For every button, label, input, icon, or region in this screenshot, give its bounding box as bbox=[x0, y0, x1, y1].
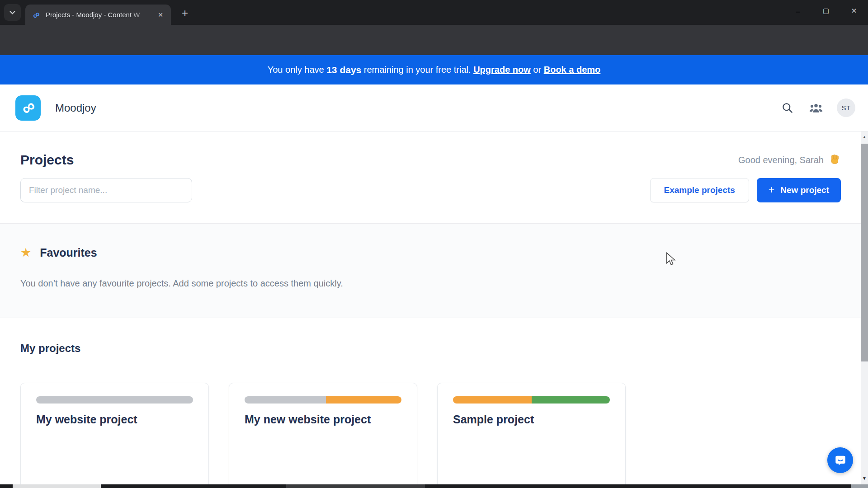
team-people-icon bbox=[809, 102, 823, 114]
plus-icon: + bbox=[769, 184, 774, 196]
moodjoy-favicon-icon: ∞ bbox=[28, 7, 43, 22]
new-project-label: New project bbox=[780, 185, 829, 195]
greeting-text: Good evening, Sarah bbox=[738, 155, 824, 165]
taskbar-edge bbox=[0, 484, 868, 488]
browser-toolbar: ← → moodjoy.gathercontent.com/projects ☆… bbox=[0, 25, 868, 55]
project-actions: Example projects + New project bbox=[650, 178, 841, 202]
screen: ∞ Projects - Moodjoy - Content W ✕ + – ▢… bbox=[0, 0, 868, 488]
project-card[interactable]: My website project bbox=[20, 383, 209, 488]
favourites-star-icon: ★ bbox=[20, 247, 31, 259]
example-projects-button[interactable]: Example projects bbox=[650, 178, 749, 202]
banner-days: 13 days bbox=[326, 65, 361, 75]
new-project-button[interactable]: + New project bbox=[757, 178, 841, 202]
project-card-title: My website project bbox=[36, 413, 193, 426]
page-title: Projects bbox=[20, 152, 74, 168]
app-header: ∞ Moodjoy ST bbox=[0, 84, 868, 131]
favourites-title: Favourites bbox=[40, 246, 97, 259]
tab-search-chevron-button[interactable] bbox=[4, 4, 21, 21]
project-card[interactable]: My new website project bbox=[229, 383, 417, 488]
search-button[interactable] bbox=[779, 100, 795, 116]
greeting: Good evening, Sarah bbox=[738, 154, 841, 166]
taskbar-segment bbox=[286, 484, 425, 488]
project-card-title: Sample project bbox=[453, 413, 610, 426]
project-card[interactable]: Sample project bbox=[437, 383, 626, 488]
new-tab-button[interactable]: + bbox=[178, 6, 192, 20]
project-cards: My website project My new website projec… bbox=[20, 383, 841, 488]
search-icon bbox=[781, 102, 793, 114]
user-avatar[interactable]: ST bbox=[837, 99, 855, 117]
project-progress-bar bbox=[36, 396, 193, 404]
favourites-empty-message: You don’t have any favourite projects. A… bbox=[20, 278, 841, 289]
project-progress-bar bbox=[245, 396, 401, 404]
browser-tabstrip: ∞ Projects - Moodjoy - Content W ✕ + – ▢… bbox=[0, 0, 868, 25]
trial-banner: You only have 13 days remaining in your … bbox=[0, 55, 868, 84]
my-projects-title: My projects bbox=[20, 342, 841, 355]
upgrade-now-link[interactable]: Upgrade now bbox=[473, 65, 531, 75]
book-a-demo-link[interactable]: Book a demo bbox=[544, 65, 601, 75]
browser-tab[interactable]: ∞ Projects - Moodjoy - Content W ✕ bbox=[25, 5, 171, 25]
team-button[interactable] bbox=[808, 100, 824, 116]
tab-title: Projects - Moodjoy - Content W bbox=[46, 11, 149, 19]
my-projects-section: My projects My website project My new we… bbox=[20, 342, 841, 488]
scrollbar-up-arrow-icon[interactable]: ▲ bbox=[861, 132, 868, 141]
window-close-button[interactable]: ✕ bbox=[840, 0, 868, 22]
infinity-heart-icon: ∞ bbox=[18, 96, 38, 118]
banner-text: You only have bbox=[268, 65, 326, 75]
taskbar-segment bbox=[851, 484, 868, 488]
brand-name: Moodjoy bbox=[55, 102, 96, 114]
moodjoy-logo[interactable]: ∞ bbox=[15, 95, 41, 121]
scrollbar-thumb[interactable] bbox=[861, 144, 868, 361]
header-actions: ST bbox=[779, 99, 855, 117]
project-progress-bar bbox=[453, 396, 610, 404]
taskbar-segment bbox=[13, 484, 101, 488]
banner-text: remaining in your free trial. bbox=[361, 65, 473, 75]
window-maximize-button[interactable]: ▢ bbox=[812, 0, 840, 22]
projects-main: Projects Good evening, Sarah Example pro… bbox=[0, 131, 868, 488]
chat-launcher-button[interactable] bbox=[827, 447, 853, 473]
window-minimize-button[interactable]: – bbox=[784, 0, 812, 22]
page-scrollbar[interactable]: ▲ ▼ bbox=[861, 131, 868, 488]
window-controls: – ▢ ✕ bbox=[784, 0, 868, 22]
tab-close-icon[interactable]: ✕ bbox=[156, 10, 165, 20]
scrollbar-down-arrow-icon[interactable]: ▼ bbox=[861, 474, 868, 483]
filter-project-input[interactable] bbox=[20, 178, 192, 202]
chevron-down-icon bbox=[9, 10, 15, 14]
project-card-title: My new website project bbox=[245, 413, 401, 426]
banner-text: or bbox=[531, 65, 544, 75]
favourites-section: ★ Favourites You don’t have any favourit… bbox=[0, 223, 868, 318]
chat-bubble-icon bbox=[834, 454, 847, 467]
waving-hand-emoji-icon bbox=[829, 154, 841, 166]
